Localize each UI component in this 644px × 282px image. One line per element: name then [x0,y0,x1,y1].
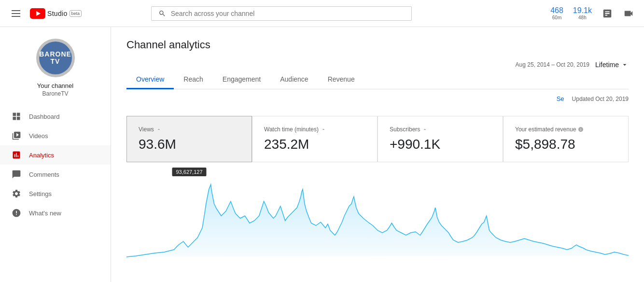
date-range: Aug 25, 2014 – Oct 20, 2019 [516,61,589,68]
views-tooltip: 93,627,127 [172,168,206,176]
sidebar-item-comments[interactable]: Comments [0,165,111,184]
content-area: Channel analytics Aug 25, 2014 – Oct 20,… [111,27,644,282]
channel-name: Your channel [37,82,73,89]
youtube-icon [30,8,45,19]
subscribers-value: +990.1K [390,137,491,152]
play-icon [12,131,21,141]
comment-icon [12,169,21,179]
header-right: 468 60m 19.1k 48h [550,6,636,21]
alert-icon [12,208,21,218]
subscribers-label: Subscribers [390,126,491,133]
settings-label: Settings [29,190,52,197]
bar-chart-icon [12,150,21,160]
search-input[interactable] [171,10,405,17]
channel-info: BARONETV Your channel BaroneTV [0,31,111,107]
views-value: 93.6M [139,137,240,152]
analytics-tabs: Overview Reach Engagement Audience Reven… [126,70,629,89]
watch-time-value: 235.2M [264,137,365,152]
analytics-chart-icon[interactable] [600,6,615,21]
updated-label: Updated Oct 20, 2019 [572,96,629,102]
yt-logo: Studio beta [30,8,82,19]
stat-48h-value: 19.1k [573,6,592,15]
revenue-value: $5,898.78 [515,137,616,152]
page-title: Channel analytics [126,39,629,51]
menu-button[interactable] [8,6,24,21]
stat-60m: 468 60m [550,6,563,20]
tab-audience[interactable]: Audience [270,70,318,89]
main-layout: BARONETV Your channel BaroneTV Dashboard [0,27,644,282]
stat-48h: 19.1k 48h [573,6,592,20]
tab-reach[interactable]: Reach [174,70,212,89]
whats-new-label: What's new [29,210,61,217]
metric-revenue[interactable]: Your estimated revenue $5,898.78 [503,116,629,162]
sidebar-item-dashboard[interactable]: Dashboard [0,107,111,126]
stat-60m-value: 468 [550,6,563,15]
header-icons [600,6,636,21]
see-more-link[interactable]: Se [557,93,564,104]
avatar[interactable]: BARONETV [36,39,75,77]
header-stats: 468 60m 19.1k 48h [550,6,592,20]
metric-subscribers[interactable]: Subscribers +990.1K [378,116,503,162]
trend-icon [156,127,162,132]
search-bar[interactable] [151,6,412,21]
sidebar-item-whats-new[interactable]: What's new [0,203,111,223]
nav-items: Dashboard Videos Analytics [0,107,111,282]
trend-icon [321,127,326,132]
header-left: Studio beta [8,6,82,21]
videos-label: Videos [29,132,48,140]
sidebar-item-analytics[interactable]: Analytics [0,145,111,165]
tab-overview[interactable]: Overview [126,70,174,89]
sidebar: BARONETV Your channel BaroneTV Dashboard [0,27,111,282]
stat-48h-label: 48h [578,15,587,20]
lifetime-button[interactable]: Lifetime [595,61,629,69]
watch-time-label: Watch time (minutes) [264,126,365,133]
info-icon [578,127,584,132]
upload-button[interactable] [621,6,636,21]
sidebar-item-settings[interactable]: Settings [0,184,111,203]
grid-icon [12,112,21,121]
search-icon [158,10,166,17]
metric-watch-time[interactable]: Watch time (minutes) 235.2M [252,116,378,162]
settings-icon [12,189,21,198]
views-label: Views [139,126,240,133]
beta-badge: beta [70,10,82,17]
tab-revenue[interactable]: Revenue [318,70,364,89]
trend-icon [422,127,428,132]
studio-label: Studio [47,10,68,17]
stat-60m-label: 60m [552,15,561,20]
metric-views[interactable]: Views 93.6M 93,627,127 [126,116,252,162]
channel-handle: BaroneTV [42,90,68,97]
sidebar-item-videos[interactable]: Videos [0,126,111,145]
dashboard-label: Dashboard [29,113,60,120]
analytics-label: Analytics [29,152,54,159]
analytics-chart [126,170,629,267]
tab-engagement[interactable]: Engagement [213,70,270,89]
header: Studio beta 468 60m 19.1k 48h [0,0,644,27]
chart-area [126,170,629,267]
revenue-label: Your estimated revenue [515,126,616,133]
metrics-row: Views 93.6M 93,627,127 Watch time (minut… [126,116,629,162]
comments-label: Comments [29,171,59,178]
